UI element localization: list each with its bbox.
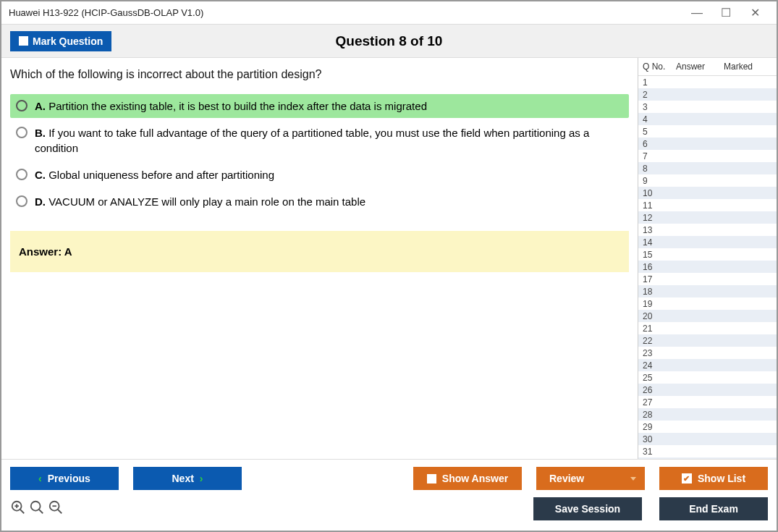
question-list-row[interactable]: 10	[638, 187, 777, 199]
review-dropdown[interactable]: Review	[536, 467, 645, 490]
question-list-row[interactable]: 5	[638, 125, 777, 138]
question-list-row[interactable]: 3	[638, 101, 777, 113]
radio-icon[interactable]	[16, 127, 28, 138]
show-answer-label: Show Answer	[442, 473, 508, 484]
choice-row[interactable]: C. Global uniqueness before and after pa…	[10, 163, 629, 187]
radio-icon[interactable]	[16, 100, 28, 111]
question-text: Which of the following is incorrect abou…	[10, 68, 629, 81]
question-list-row[interactable]: 17	[638, 273, 777, 285]
footer-row-2: Save Session End Exam	[10, 497, 768, 520]
question-list-rows[interactable]: 1234567891011121314151617181920212223242…	[638, 76, 777, 459]
col-marked: Marked	[724, 62, 772, 72]
chevron-left-icon: ‹	[38, 473, 42, 484]
question-list-row[interactable]: 20	[638, 310, 777, 322]
zoom-in-icon[interactable]	[10, 499, 26, 519]
question-list-row[interactable]: 18	[638, 285, 777, 297]
mark-question-button[interactable]: Mark Question	[10, 31, 111, 51]
body: Which of the following is incorrect abou…	[1, 58, 777, 459]
answer-box: Answer: A	[10, 231, 629, 272]
question-list-row[interactable]: 29	[638, 421, 777, 433]
titlebar: Huawei H13-922 (HCIP-GaussDB-OLAP V1.0) …	[1, 1, 777, 25]
question-list-row[interactable]: 27	[638, 396, 777, 408]
choice-row[interactable]: A. Partition the existing table, it is b…	[10, 94, 629, 118]
question-list-row[interactable]: 15	[638, 248, 777, 261]
choice-text: B. If you want to take full advantage of…	[35, 125, 623, 156]
question-list-row[interactable]: 4	[638, 113, 777, 125]
question-list-row[interactable]: 11	[638, 199, 777, 211]
checkbox-empty-icon	[19, 36, 28, 46]
choice-text: D. VACUUM or ANALYZE will only play a ma…	[35, 194, 365, 209]
choice-row[interactable]: D. VACUUM or ANALYZE will only play a ma…	[10, 190, 629, 214]
question-list-row[interactable]: 16	[638, 261, 777, 273]
question-list-row[interactable]: 28	[638, 408, 777, 421]
question-list-row[interactable]: 6	[638, 138, 777, 150]
question-list-row[interactable]: 12	[638, 211, 777, 224]
chevron-down-icon	[630, 477, 636, 481]
window-title: Huawei H13-922 (HCIP-GaussDB-OLAP V1.0)	[9, 7, 203, 18]
question-list-row[interactable]: 26	[638, 384, 777, 396]
zoom-out-icon[interactable]	[48, 499, 64, 519]
footer: ‹ Previous Next › Show Answer Review ✔ S…	[1, 459, 777, 531]
end-exam-label: End Exam	[689, 503, 738, 515]
show-list-button[interactable]: ✔ Show List	[659, 467, 768, 490]
previous-label: Previous	[48, 473, 90, 484]
radio-icon[interactable]	[16, 195, 28, 207]
question-list-row[interactable]: 9	[638, 174, 777, 187]
choice-row[interactable]: B. If you want to take full advantage of…	[10, 121, 629, 160]
svg-line-1	[20, 509, 25, 513]
end-exam-button[interactable]: End Exam	[659, 497, 768, 520]
next-label: Next	[172, 473, 193, 484]
app-window: Huawei H13-922 (HCIP-GaussDB-OLAP V1.0) …	[0, 0, 778, 532]
checkbox-checked-icon: ✔	[682, 473, 692, 484]
svg-line-7	[58, 509, 62, 513]
question-list-row[interactable]: 25	[638, 371, 777, 384]
svg-point-4	[31, 501, 41, 510]
choice-text: A. Partition the existing table, it is b…	[35, 98, 427, 114]
next-button[interactable]: Next ›	[133, 467, 242, 490]
question-list-row[interactable]: 2	[638, 88, 777, 101]
close-icon[interactable]: ✕	[740, 7, 769, 19]
svg-line-5	[39, 509, 43, 513]
col-qno: Q No.	[643, 62, 676, 72]
choice-text: C. Global uniqueness before and after pa…	[35, 167, 274, 182]
save-session-label: Save Session	[555, 503, 620, 515]
question-list-panel: Q No. Answer Marked 12345678910111213141…	[638, 58, 777, 459]
question-list-row[interactable]: 30	[638, 433, 777, 445]
question-list-row[interactable]: 14	[638, 236, 777, 248]
question-list-row[interactable]: 22	[638, 334, 777, 347]
maximize-icon[interactable]: ☐	[711, 7, 740, 19]
question-area: Which of the following is incorrect abou…	[1, 58, 638, 459]
choice-list: A. Partition the existing table, it is b…	[10, 94, 629, 214]
footer-row-1: ‹ Previous Next › Show Answer Review ✔ S…	[10, 467, 768, 490]
question-list-row[interactable]: 21	[638, 322, 777, 334]
mark-question-label: Mark Question	[33, 35, 103, 47]
show-answer-button[interactable]: Show Answer	[413, 467, 522, 490]
question-list-row[interactable]: 24	[638, 359, 777, 371]
question-counter: Question 8 of 10	[336, 33, 443, 49]
question-list-row[interactable]: 31	[638, 445, 777, 457]
header-bar: Mark Question Question 8 of 10	[1, 25, 777, 58]
question-list-row[interactable]: 7	[638, 150, 777, 162]
radio-icon[interactable]	[16, 169, 28, 180]
zoom-controls	[10, 499, 64, 519]
chevron-right-icon: ›	[200, 473, 203, 484]
question-list-row[interactable]: 8	[638, 162, 777, 174]
previous-button[interactable]: ‹ Previous	[10, 467, 119, 490]
save-session-button[interactable]: Save Session	[533, 497, 642, 520]
col-answer: Answer	[676, 62, 724, 72]
question-list-row[interactable]: 1	[638, 76, 777, 88]
question-list-row[interactable]: 23	[638, 347, 777, 359]
question-list-row[interactable]: 19	[638, 297, 777, 310]
question-list-row[interactable]: 13	[638, 224, 777, 236]
show-list-label: Show List	[698, 473, 745, 484]
checkbox-empty-icon	[427, 474, 436, 484]
review-label: Review	[549, 473, 584, 484]
question-list-header: Q No. Answer Marked	[638, 58, 777, 76]
minimize-icon[interactable]: ―	[682, 7, 711, 19]
zoom-reset-icon[interactable]	[29, 499, 45, 519]
